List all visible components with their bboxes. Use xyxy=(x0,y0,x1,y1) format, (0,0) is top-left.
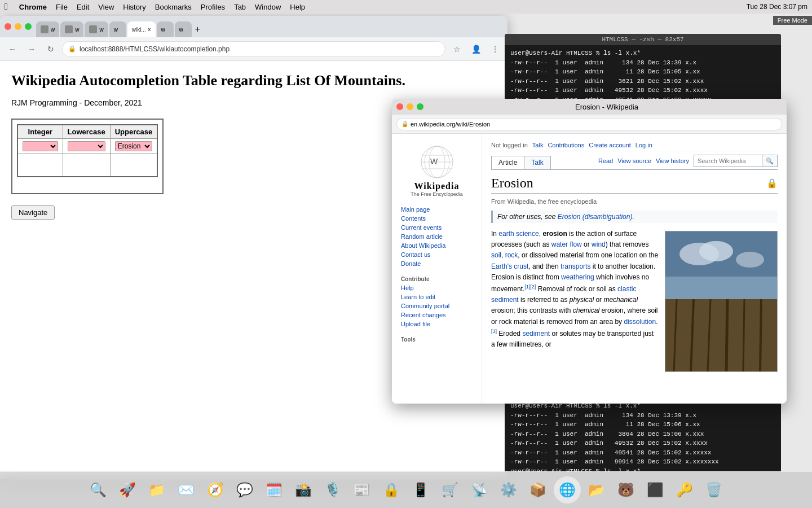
back-button[interactable]: ← xyxy=(5,41,20,57)
wiki-nav-contents[interactable]: Contents xyxy=(392,214,482,223)
minimize-button[interactable] xyxy=(15,23,21,30)
dock-messages[interactable]: 💬 xyxy=(231,476,258,503)
wiki-wind-link[interactable]: wind xyxy=(592,240,606,248)
dock-chrome[interactable]: 🌐 xyxy=(554,476,581,503)
dock-settings[interactable]: ⚙️ xyxy=(495,476,522,503)
maximize-button[interactable] xyxy=(25,23,32,30)
close-button[interactable] xyxy=(5,23,11,30)
tab-3[interactable]: w xyxy=(85,21,108,37)
wiki-contributions-link[interactable]: Contributions xyxy=(548,142,584,148)
wiki-action-read[interactable]: Read xyxy=(598,157,613,164)
wiki-talk-link[interactable]: Talk xyxy=(532,142,544,148)
dock-photos[interactable]: 📸 xyxy=(290,476,317,503)
bookmark-button[interactable]: ☆ xyxy=(449,41,465,57)
wiki-nav-main-page[interactable]: Main page xyxy=(392,205,482,214)
wiki-italic-note: For other uses, see Erosion (disambiguat… xyxy=(491,211,778,223)
profile-button[interactable]: 👤 xyxy=(468,41,484,57)
menubar-file[interactable]: File xyxy=(56,3,68,11)
wiki-nav-community[interactable]: Community portal xyxy=(392,301,482,310)
wiki-action-view-history[interactable]: View history xyxy=(656,157,689,164)
dock-iphone[interactable]: 📱 xyxy=(407,476,434,503)
wiki-search-input[interactable] xyxy=(694,155,762,167)
wiki-nav-donate[interactable]: Donate xyxy=(392,259,482,268)
wiki-tab-talk[interactable]: Talk xyxy=(524,156,550,169)
wiki-nav-contact[interactable]: Contact us xyxy=(392,250,482,259)
wiki-rock-link[interactable]: rock xyxy=(505,251,518,259)
new-tab-button[interactable]: + xyxy=(193,24,202,34)
url-text: localhost:8888/HTMLCSS/wikiautocompletio… xyxy=(80,45,230,53)
menu-button[interactable]: ⋮ xyxy=(487,41,503,57)
reload-button[interactable]: ↻ xyxy=(43,41,59,57)
cell-lowercase-1[interactable] xyxy=(63,139,110,154)
wiki-disambiguation-link[interactable]: Erosion (disambiguation) xyxy=(558,213,633,221)
tab-2[interactable]: w xyxy=(60,21,83,37)
menubar-help[interactable]: Help xyxy=(290,3,305,11)
menubar-view[interactable]: View xyxy=(98,3,114,11)
wiki-nav-recent-changes[interactable]: Recent changes xyxy=(392,310,482,319)
integer-select[interactable] xyxy=(23,141,58,151)
wiki-contribute-title: Contribute xyxy=(392,273,482,283)
wiki-address-bar[interactable]: 🔒 en.wikipedia.org/wiki/Erosion xyxy=(396,118,782,130)
dock-news[interactable]: 📰 xyxy=(348,476,376,503)
dock-safari[interactable]: 🧭 xyxy=(202,476,229,503)
dock-launchpad[interactable]: 🚀 xyxy=(114,476,141,503)
wiki-close-button[interactable] xyxy=(396,103,403,110)
wiki-nav-random[interactable]: Random article xyxy=(392,232,482,241)
wiki-nav-learn-edit[interactable]: Learn to edit xyxy=(392,292,482,301)
wiki-dissolution-link[interactable]: dissolution xyxy=(624,318,656,326)
address-bar[interactable]: 🔒 localhost:8888/HTMLCSS/wikiautocomplet… xyxy=(62,41,445,57)
tab-6[interactable]: w xyxy=(157,21,174,37)
wiki-soil-link[interactable]: soil xyxy=(491,251,501,259)
wiki-search-button[interactable]: 🔍 xyxy=(762,155,777,167)
wiki-water-flow-link[interactable]: water flow xyxy=(551,240,582,248)
wiki-nav-upload[interactable]: Upload file xyxy=(392,319,482,329)
tab-7[interactable]: w xyxy=(175,21,192,37)
dock-terminal[interactable]: ⬛ xyxy=(642,476,669,503)
forward-button[interactable]: → xyxy=(24,41,39,57)
wiki-action-view-source[interactable]: View source xyxy=(617,157,651,164)
menubar-profiles[interactable]: Profiles xyxy=(201,3,225,11)
navigate-button[interactable]: Navigate xyxy=(11,205,55,220)
wiki-nav-current-events[interactable]: Current events xyxy=(392,223,482,232)
dock-finder[interactable]: 🔍 xyxy=(85,476,112,503)
dock-mail[interactable]: ✉️ xyxy=(173,476,200,503)
uppercase-select[interactable]: Erosion xyxy=(115,141,152,151)
dock-shopping[interactable]: 🛒 xyxy=(436,476,464,503)
dock-trash[interactable]: 🗑️ xyxy=(700,476,727,503)
menubar-edit[interactable]: Edit xyxy=(77,3,89,11)
wiki-weathering-link[interactable]: weathering xyxy=(561,273,594,281)
dock-network[interactable]: 📡 xyxy=(466,476,493,503)
dock-calendar[interactable]: 🗓️ xyxy=(261,476,288,503)
menubar-tab[interactable]: Tab xyxy=(234,3,246,11)
wiki-nav-about[interactable]: About Wikipedia xyxy=(392,241,482,250)
cell-integer-1[interactable] xyxy=(17,139,63,154)
wiki-tab-article[interactable]: Article xyxy=(491,156,524,169)
apple-menu[interactable]:  xyxy=(5,2,8,12)
menubar-window[interactable]: Window xyxy=(255,3,281,11)
wiki-create-account-link[interactable]: Create account xyxy=(589,142,631,148)
wiki-transports-link[interactable]: transports xyxy=(561,262,590,270)
menubar-history[interactable]: History xyxy=(123,3,145,11)
tab-1[interactable]: w xyxy=(36,21,59,37)
dock-security[interactable]: 🔒 xyxy=(378,476,405,503)
dock-files[interactable]: 📁 xyxy=(143,476,170,503)
dock-filezilla[interactable]: 📂 xyxy=(583,476,610,503)
dock-keys[interactable]: 🔑 xyxy=(671,476,698,503)
wiki-nav-help[interactable]: Help xyxy=(392,283,482,292)
dock-package[interactable]: 📦 xyxy=(524,476,551,503)
wiki-sediment-link[interactable]: sediment xyxy=(522,330,550,338)
tab-4[interactable]: w xyxy=(109,21,126,37)
wiki-earth-crust-link[interactable]: Earth's crust xyxy=(491,262,528,270)
wiki-minimize-button[interactable] xyxy=(407,103,413,110)
tab-active[interactable]: wiki... × xyxy=(127,21,156,37)
menubar-chrome[interactable]: Chrome xyxy=(19,3,47,11)
menubar-bookmarks[interactable]: Bookmarks xyxy=(155,3,192,11)
wiki-login-link[interactable]: Log in xyxy=(636,142,652,148)
wiki-earth-science-link[interactable]: earth science xyxy=(498,230,539,238)
lowercase-select[interactable] xyxy=(68,141,105,151)
cell-uppercase-1[interactable]: Erosion xyxy=(110,139,157,154)
wiki-search-box[interactable]: 🔍 xyxy=(694,155,778,167)
dock-bear[interactable]: 🐻 xyxy=(612,476,639,503)
wiki-maximize-button[interactable] xyxy=(417,103,423,110)
dock-podcasts[interactable]: 🎙️ xyxy=(319,476,346,503)
